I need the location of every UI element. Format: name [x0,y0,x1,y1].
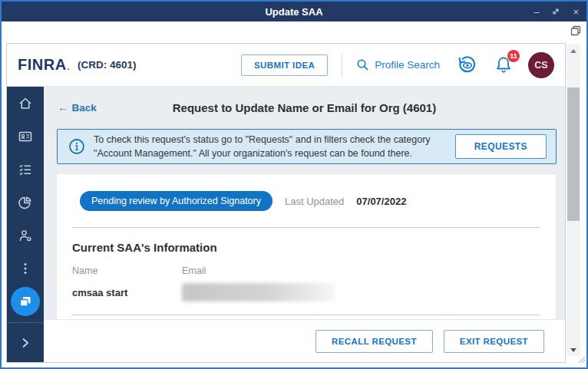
sidebar-item-user-admin[interactable] [7,219,44,252]
footer-actions: RECALL REQUEST EXIT REQUEST [44,320,565,362]
home-icon [18,96,33,111]
banner-text: To check this request's status go to "Re… [94,133,455,160]
back-link[interactable]: ← Back [58,102,97,114]
sidebar-expand-button[interactable] [7,322,44,362]
notification-badge: 11 [507,50,520,62]
finra-logo: FINRA. [18,56,70,74]
recall-request-button[interactable]: RECALL REQUEST [315,330,433,353]
review-history-button[interactable] [457,54,477,75]
notifications-button[interactable]: 11 [494,55,513,75]
id-card-icon [18,129,33,144]
status-badge: Pending review by Authorized Signatory [80,191,273,211]
card-bottom-divider [72,315,540,315]
last-updated-label: Last Updated [285,196,344,207]
active-item-circle [11,287,40,316]
finra-logo-text: FINRA [18,56,67,74]
minimize-button[interactable]: – [533,7,539,17]
avatar[interactable]: CS [528,52,554,78]
checklist-icon [18,162,33,177]
history-eye-icon [457,54,477,75]
copy-icon [570,25,582,37]
scrollbar-thumb[interactable] [567,87,580,221]
search-icon [356,58,369,71]
profile-search-link[interactable]: Profile Search [356,58,440,71]
diagonal-resize-icon [551,7,560,16]
scroll-up-icon [570,49,576,53]
user-gear-icon [18,228,33,243]
duplicate-window-button[interactable] [570,25,582,40]
resize-grip-icon [577,355,586,364]
info-banner: To check this request's status go to "Re… [57,129,557,164]
sidebar-item-windows-active[interactable] [7,285,44,318]
sidebar-item-profile[interactable] [7,120,44,153]
saa-name-value: cmsaa start [72,287,182,298]
request-card: Pending review by Authorized Signatory L… [56,173,557,320]
header-divider [342,54,342,77]
vertical-dots-icon [18,261,33,276]
window-titlebar: Update SAA – × [2,2,586,21]
sidebar-item-home[interactable] [7,87,44,120]
scroll-up-button[interactable] [567,44,580,57]
scroll-down-icon [570,348,576,352]
restore-resize-button[interactable] [551,7,560,16]
last-updated-value: 07/07/2022 [356,196,406,207]
requests-button[interactable]: REQUESTS [455,134,547,159]
name-column-label: Name [72,265,182,276]
sidebar-item-more[interactable] [7,252,44,285]
app-frame: FINRA. (CRD: 4601) SUBMIT IDEA Profile S… [6,43,566,363]
pie-chart-icon [18,195,33,210]
page-title: Request to Update Name or Email for Org … [44,101,565,114]
back-arrow-icon: ← [58,102,68,114]
email-column-label: Email [182,265,540,276]
exit-request-button[interactable]: EXIT REQUEST [444,330,544,353]
saa-email-redacted [182,283,335,301]
sidebar-item-tasks[interactable] [7,153,44,186]
crd-number: (CRD: 4601) [78,59,137,71]
card-divider [72,227,540,228]
stacked-windows-icon [18,294,33,309]
info-icon [68,138,85,155]
window-resize-grip[interactable] [577,353,586,367]
chevron-right-icon [18,336,32,350]
window-title: Update SAA [265,6,322,18]
main-content: ← Back Request to Update Name or Email f… [44,87,565,362]
close-button[interactable]: × [573,7,579,17]
sidebar [7,87,44,362]
vertical-scrollbar[interactable] [567,44,580,356]
back-label: Back [72,102,97,114]
app-header: FINRA. (CRD: 4601) SUBMIT IDEA Profile S… [7,44,565,87]
submit-idea-button[interactable]: SUBMIT IDEA [241,54,328,76]
finra-logo-mark: . [68,63,70,71]
section-heading: Current SAA's Information [72,241,540,254]
update-saa-window: Update SAA – × FINRA. (CRD: 4601) SU [0,0,588,369]
profile-search-label: Profile Search [375,59,440,71]
sidebar-item-reports[interactable] [7,186,44,219]
